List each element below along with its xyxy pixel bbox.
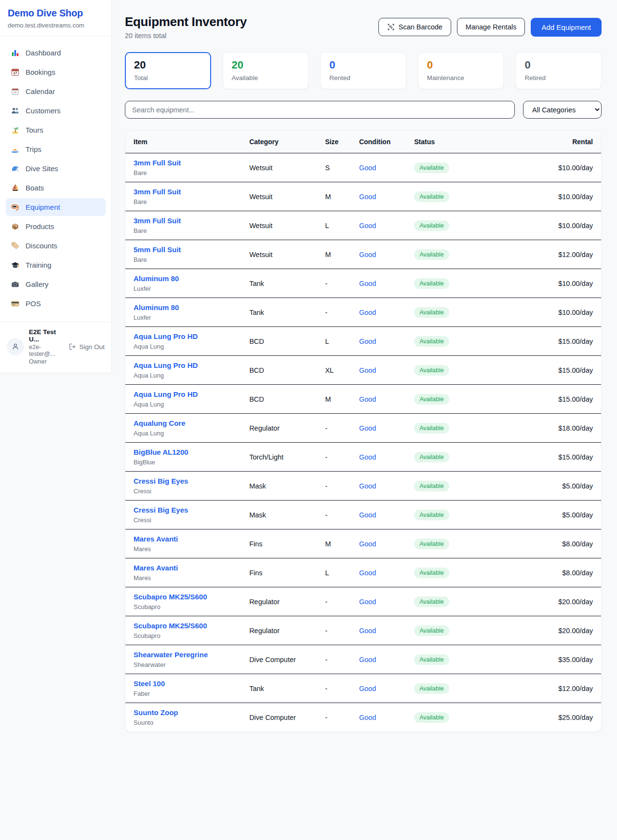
category-select[interactable]: All Categories xyxy=(523,101,602,119)
item-brand: Shearwater xyxy=(134,661,249,668)
table-row: 3mm Full SuitBareWetsuitSGoodAvailable$1… xyxy=(125,153,601,182)
condition-link[interactable]: Good xyxy=(359,598,376,606)
condition-link[interactable]: Good xyxy=(359,280,376,287)
item-brand: BigBlue xyxy=(134,459,249,466)
sidebar-item-calendar[interactable]: Calendar xyxy=(6,82,106,100)
status-badge: Available xyxy=(414,625,449,636)
svg-text:17: 17 xyxy=(13,71,17,75)
condition-link[interactable]: Good xyxy=(359,251,376,258)
condition-link[interactable]: Good xyxy=(359,309,376,316)
size-cell: - xyxy=(325,448,359,466)
sidebar-item-bookings[interactable]: 17Bookings xyxy=(6,63,106,81)
page-title: Equipment Inventory xyxy=(125,14,247,29)
main-content: Equipment Inventory 20 items total Scan … xyxy=(112,0,617,751)
item-name-link[interactable]: Aluminum 80 xyxy=(134,303,249,312)
sidebar-item-training[interactable]: Training xyxy=(6,256,106,274)
sidebar-item-gallery[interactable]: Gallery xyxy=(6,275,106,293)
item-name-link[interactable]: 5mm Full Suit xyxy=(134,245,249,254)
sidebar-item-products[interactable]: Products xyxy=(6,217,106,235)
stat-value: 20 xyxy=(134,59,202,71)
item-name-link[interactable]: Aqua Lung Pro HD xyxy=(134,361,249,369)
item-name-link[interactable]: Aqua Lung Pro HD xyxy=(134,390,249,398)
item-name-link[interactable]: BigBlue AL1200 xyxy=(134,448,249,456)
condition-link[interactable]: Good xyxy=(359,453,376,461)
item-name-link[interactable]: Suunto Zoop xyxy=(134,708,249,717)
search-input[interactable] xyxy=(125,101,515,119)
condition-link[interactable]: Good xyxy=(359,222,376,230)
speedboat-icon xyxy=(11,145,20,154)
condition-link[interactable]: Good xyxy=(359,395,376,403)
item-name-link[interactable]: Aluminum 80 xyxy=(134,274,249,283)
item-cell: Shearwater PeregrineShearwater xyxy=(134,645,249,674)
condition-link[interactable]: Good xyxy=(359,482,376,490)
item-name-link[interactable]: Steel 100 xyxy=(134,679,249,688)
item-name-link[interactable]: Mares Avanti xyxy=(134,564,249,572)
rental-price: $10.00/day xyxy=(558,222,593,230)
table-body: 3mm Full SuitBareWetsuitSGoodAvailable$1… xyxy=(125,153,601,732)
condition-link[interactable]: Good xyxy=(359,193,376,201)
sidebar-item-label: Training xyxy=(26,261,52,269)
sidebar-item-tours[interactable]: Tours xyxy=(6,121,106,139)
filter-bar: All Categories xyxy=(125,101,602,119)
item-cell: Aqua Lung Pro HDAqua Lung xyxy=(134,385,249,413)
condition-link[interactable]: Good xyxy=(359,540,376,548)
manage-rentals-button[interactable]: Manage Rentals xyxy=(457,18,525,36)
sidebar: Demo Dive Shop demo.test.divestreams.com… xyxy=(0,0,112,373)
add-equipment-button[interactable]: Add Equipment xyxy=(531,18,602,37)
item-brand: Aqua Lung xyxy=(134,430,249,437)
item-name-link[interactable]: 3mm Full Suit xyxy=(134,217,249,225)
item-name-link[interactable]: Shearwater Peregrine xyxy=(134,650,249,659)
condition-link[interactable]: Good xyxy=(359,714,376,721)
stat-card-rented[interactable]: 0Rented xyxy=(320,52,406,89)
stat-card-total[interactable]: 20Total xyxy=(125,52,211,89)
sidebar-item-label: Products xyxy=(26,222,54,230)
item-name-link[interactable]: 3mm Full Suit xyxy=(134,188,249,196)
condition-link[interactable]: Good xyxy=(359,627,376,635)
sidebar-item-trips[interactable]: Trips xyxy=(6,140,106,158)
rental-price: $15.00/day xyxy=(558,453,593,461)
item-cell: Scubapro MK25/S600Scubapro xyxy=(134,616,249,645)
sign-out-label: Sign Out xyxy=(79,343,105,351)
item-brand: Cressi xyxy=(134,516,249,524)
rental-price: $5.00/day xyxy=(562,511,593,519)
sidebar-item-discounts[interactable]: Discounts xyxy=(6,237,106,255)
condition-link[interactable]: Good xyxy=(359,164,376,172)
table-row: Aqua Lung Pro HDAqua LungBCDMGoodAvailab… xyxy=(125,385,601,414)
user-info: E2E Test U... e2e-tester@... Owner xyxy=(29,328,64,365)
condition-link[interactable]: Good xyxy=(359,366,376,374)
sidebar-item-pos[interactable]: POS xyxy=(6,295,106,312)
scan-barcode-button[interactable]: Scan Barcode xyxy=(378,18,451,36)
stat-card-maintenance[interactable]: 0Maintenance xyxy=(418,52,504,89)
item-name-link[interactable]: 3mm Full Suit xyxy=(134,159,249,167)
condition-link[interactable]: Good xyxy=(359,424,376,432)
sidebar-item-equipment[interactable]: Equipment xyxy=(6,198,106,216)
condition-link[interactable]: Good xyxy=(359,511,376,519)
category-cell: Wetsuit xyxy=(249,217,325,235)
table-row: Aqua Lung Pro HDAqua LungBCDXLGoodAvaila… xyxy=(125,356,601,385)
condition-link[interactable]: Good xyxy=(359,338,376,345)
stat-card-retired[interactable]: 0Retired xyxy=(515,52,602,89)
condition-link[interactable]: Good xyxy=(359,685,376,692)
condition-link[interactable]: Good xyxy=(359,656,376,664)
rental-price: $20.00/day xyxy=(558,598,593,606)
manage-rentals-label: Manage Rentals xyxy=(466,23,517,31)
item-name-link[interactable]: Aqua Lung Pro HD xyxy=(134,332,249,340)
item-name-link[interactable]: Aqualung Core xyxy=(134,419,249,427)
item-name-link[interactable]: Cressi Big Eyes xyxy=(134,506,249,514)
sidebar-item-dashboard[interactable]: Dashboard xyxy=(6,44,106,62)
item-name-link[interactable]: Mares Avanti xyxy=(134,535,249,543)
stat-card-available[interactable]: 20Available xyxy=(223,52,309,89)
equipment-table: ItemCategorySizeConditionStatusRental 3m… xyxy=(125,130,602,732)
sidebar-item-dive-sites[interactable]: Dive Sites xyxy=(6,160,106,177)
item-name-link[interactable]: Scubapro MK25/S600 xyxy=(134,593,249,601)
condition-link[interactable]: Good xyxy=(359,569,376,577)
sign-out-button[interactable]: Sign Out xyxy=(68,343,105,351)
stat-value: 20 xyxy=(232,59,300,71)
size-cell: M xyxy=(325,390,359,408)
item-name-link[interactable]: Cressi Big Eyes xyxy=(134,477,249,485)
brand-title[interactable]: Demo Dive Shop xyxy=(8,8,104,19)
sidebar-item-boats[interactable]: Boats xyxy=(6,179,106,197)
page-header: Equipment Inventory 20 items total Scan … xyxy=(125,14,602,40)
item-name-link[interactable]: Scubapro MK25/S600 xyxy=(134,622,249,630)
sidebar-item-customers[interactable]: Customers xyxy=(6,102,106,120)
